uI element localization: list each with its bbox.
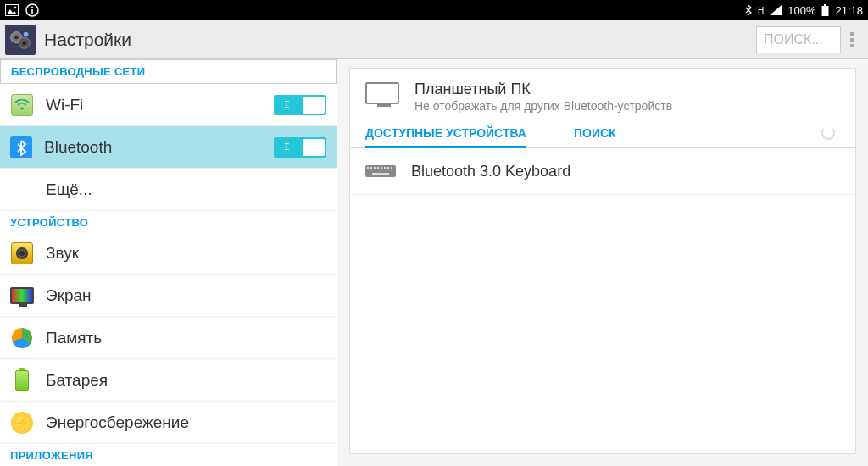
keyboard-icon xyxy=(365,162,396,180)
energy-label: Энергосбережение xyxy=(46,413,326,432)
sidebar-item-battery[interactable]: Батарея xyxy=(0,359,337,402)
signal-icon xyxy=(770,5,782,15)
wifi-label: Wi-Fi xyxy=(46,96,274,114)
sidebar-item-sound[interactable]: Звук xyxy=(0,232,337,275)
svg-point-10 xyxy=(14,35,19,39)
battery-icon xyxy=(821,4,829,16)
sidebar-item-bluetooth[interactable]: Bluetooth I xyxy=(0,126,337,169)
content-area: Планшетный ПК Не отображать для других B… xyxy=(337,59,868,466)
sidebar-item-energy[interactable]: ⚡ Энергосбережение xyxy=(0,402,337,444)
own-device-row[interactable]: Планшетный ПК Не отображать для других B… xyxy=(350,69,855,119)
memory-icon xyxy=(10,326,34,350)
svg-marker-6 xyxy=(770,5,782,15)
sidebar-item-more[interactable]: Ещё... xyxy=(0,169,337,211)
bluetooth-toggle[interactable]: I xyxy=(274,137,326,158)
network-type: H xyxy=(758,6,764,15)
wifi-icon xyxy=(10,93,34,117)
sidebar-item-memory[interactable]: Память xyxy=(0,317,337,359)
found-device-name: Bluetooth 3.0 Keyboard xyxy=(411,163,570,180)
bluetooth-icon xyxy=(10,136,32,158)
laptop-icon xyxy=(365,82,399,104)
battery-label: Батарея xyxy=(46,371,326,390)
sidebar-item-wifi[interactable]: Wi-Fi I xyxy=(0,84,337,126)
more-label: Ещё... xyxy=(46,180,326,199)
sidebar: БЕСПРОВОДНЫЕ СЕТИ Wi-Fi I Bluetooth I Ещ… xyxy=(0,59,337,466)
clock: 21:18 xyxy=(835,4,863,17)
bluetooth-panel: Планшетный ПК Не отображать для других B… xyxy=(349,68,856,454)
device-tabs: ДОСТУПНЫЕ УСТРОЙСТВА ПОИСК xyxy=(350,119,855,148)
found-device-row[interactable]: Bluetooth 3.0 Keyboard xyxy=(350,148,855,195)
svg-marker-1 xyxy=(7,9,17,14)
svg-point-5 xyxy=(31,7,33,8)
main-area: БЕСПРОВОДНЫЕ СЕТИ Wi-Fi I Bluetooth I Ещ… xyxy=(0,59,868,466)
svg-rect-8 xyxy=(822,6,829,16)
section-wireless: БЕСПРОВОДНЫЕ СЕТИ xyxy=(0,59,337,84)
search-input[interactable]: ПОИСК... xyxy=(756,26,841,53)
svg-rect-4 xyxy=(31,9,33,14)
image-notification-icon xyxy=(5,4,19,16)
screen-icon xyxy=(10,284,34,308)
settings-app-icon xyxy=(5,25,36,55)
screen-label: Экран xyxy=(46,286,326,305)
svg-point-14 xyxy=(20,107,24,110)
info-icon xyxy=(25,3,39,17)
page-title: Настройки xyxy=(44,30,756,50)
tab-available-devices[interactable]: ДОСТУПНЫЕ УСТРОЙСТВА xyxy=(365,119,526,147)
tab-underline xyxy=(365,146,526,148)
overflow-menu-button[interactable] xyxy=(841,25,863,54)
wifi-toggle[interactable]: I xyxy=(274,95,326,115)
tab-scan[interactable]: ПОИСК xyxy=(574,119,616,147)
svg-point-13 xyxy=(24,31,29,36)
battery-icon xyxy=(10,369,34,392)
bluetooth-label: Bluetooth xyxy=(44,138,274,157)
battery-percent: 100% xyxy=(787,4,815,17)
svg-point-12 xyxy=(22,41,26,45)
own-device-name: Планшетный ПК xyxy=(415,80,672,98)
energy-icon: ⚡ xyxy=(10,411,34,435)
status-bar: H 100% 21:18 xyxy=(0,0,868,20)
section-apps: ПРИЛОЖЕНИЯ xyxy=(0,444,337,465)
sidebar-item-screen[interactable]: Экран xyxy=(0,275,337,317)
svg-rect-7 xyxy=(824,4,826,6)
scanning-spinner-icon xyxy=(821,126,835,140)
bluetooth-status-icon xyxy=(744,4,752,16)
svg-point-2 xyxy=(14,7,17,9)
section-device: УСТРОЙСТВО xyxy=(0,211,337,232)
sound-label: Звук xyxy=(46,244,326,263)
sound-icon xyxy=(10,241,34,265)
memory-label: Память xyxy=(46,329,326,347)
app-header: Настройки ПОИСК... xyxy=(0,20,868,59)
own-device-visibility: Не отображать для других Bluetooth-устро… xyxy=(415,99,672,113)
